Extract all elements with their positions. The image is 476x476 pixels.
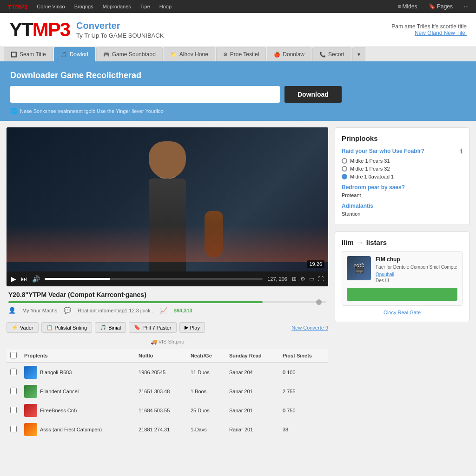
download-title: Downloader Game Recolictherad [10,71,466,80]
video-thumbnail: 19.26 [7,127,328,271]
more-icon[interactable]: ··· [460,1,472,12]
row-col2-3: 21881 274.31 [135,420,187,439]
tab-seam-title[interactable]: 🔲 Seam Title [4,47,53,61]
download-button[interactable]: Download [284,86,342,103]
row-thumb-2 [24,404,37,417]
tab-icon-2: 🎮 [103,52,110,58]
row-label-1: Eilandent Cancel [40,389,79,394]
binial-button[interactable]: 🎵 Binial [95,322,126,333]
modes-icon[interactable]: ≡ Mides [394,1,421,12]
row-checkbox-3[interactable] [10,426,17,432]
row-name-1: Eilandent Cancel [24,385,131,398]
table-row: Asss (and Fiest Catumpen) 21881 274.31 1… [7,420,328,439]
row-thumb-0 [24,366,37,379]
promo-title: FiM chup [376,256,457,263]
row-col4-2: Sanar 201 [225,401,279,420]
header: YTMP3 Converter Ty Tr Up To GAME SOUNIBA… [0,13,476,47]
poll-option-0[interactable]: Midke 1 Pears 31 [342,158,463,164]
fullscreen-icon[interactable]: ⛶ [318,276,324,282]
tab-more[interactable]: ▾ [352,47,365,61]
poll-option-2[interactable]: Midre 1 0avatoad 1 [342,174,463,179]
video-meta-row: 👤 My Your Machs 💬 Roal ant infomentiag1 … [8,307,326,314]
trend-icon: 📈 [160,307,167,314]
row-checkbox-1[interactable] [10,388,17,394]
nav-item-3[interactable]: Moprodaries [99,2,135,11]
download-section: Downloader Game Recolictherad Download 🌐… [0,62,476,121]
tab-secort[interactable]: 📞 Secort [312,47,351,61]
play-button[interactable]: ▶ [11,275,16,283]
tab-alhov[interactable]: 📁 Alhov Hone [164,47,215,61]
play-action-button[interactable]: ▶ Play [179,322,205,333]
right-col: Prinplooks Raid your Sar who Use Foablr?… [335,127,469,439]
tab-icon-5: 🍎 [274,52,280,58]
nav-item-5[interactable]: Hoop [156,2,175,11]
logo-nav: YTMP3 [4,1,31,12]
sriting-icon: 📋 [46,324,53,331]
logo-mp3: MP3 [33,19,70,40]
nav-item-2[interactable]: Brogngs [71,2,97,11]
row-col5-2: 0.750 [279,401,328,420]
poll-option-1[interactable]: Midke 1 Pears 32 [342,166,463,172]
sriting-button[interactable]: 📋 Pulistal Sriting [41,322,93,333]
tab-icon-0: 🔲 [11,52,17,58]
promo-box: Ilim → listars 🎬 FiM chup Faer for Dento… [335,231,469,322]
row-label-2: FireeBness Cnt) [40,408,77,413]
pages-icon[interactable]: 🔖 Pages [425,1,456,12]
radio-1[interactable] [342,166,347,172]
paster-button[interactable]: 🔖 Phil 7 Paster [129,322,176,333]
row-col4-3: Ranar 201 [225,420,279,439]
tab-proe[interactable]: ⚙ Proe Testiel [216,47,266,61]
poll-question: Raid your Sar who Use Foablr? ℹ [342,148,463,154]
pip-icon[interactable]: ⊞ [292,276,297,282]
row-col2-0: 1986 20545 [135,363,187,382]
volume-track[interactable] [8,301,326,303]
row-col5-3: 38 [279,420,328,439]
promo-footer[interactable]: Clocy Real Gate [342,310,463,315]
download-input[interactable] [10,86,280,103]
nav-item-4[interactable]: Tipe [137,2,154,11]
green-bar[interactable] [347,288,457,301]
radio-0[interactable] [342,158,347,164]
promo-arrow: → [357,238,364,246]
volume-thumb[interactable] [316,299,322,305]
header-new-link[interactable]: New Gland New Tile: [391,30,467,36]
tab-dowlod[interactable]: 🎵 Dowlod [54,47,95,61]
row-col2-1: 21651 303.48 [135,382,187,401]
col-noltlo: Noltlo [135,349,187,363]
row-checkbox-2[interactable] [10,407,17,413]
meta-info: Roal ant infomentiag1 12.3 jpick . [78,308,153,313]
promo-card: 🎬 FiM chup Faer for Dentole Compon Sniol… [342,251,463,306]
logo-subtitle: Converter Ty Tr Up To GAME SOUNIBACK [76,20,164,39]
header-search-label: Pam ame Triles it's scortle title [391,23,467,30]
settings-icon[interactable]: ⚙ [300,276,305,282]
select-all-checkbox[interactable] [10,352,17,358]
volume-button[interactable]: 🔊 [32,275,40,283]
promo-link[interactable]: Opuuball [376,272,457,277]
logo-tagline: Ty Tr Up To GAME SOUNIBACK [76,32,164,39]
shipping-row: 🚚 VIS Shtpno [7,337,328,347]
promo-box-title: Ilim → listars [342,238,463,246]
row-checkbox-0[interactable] [10,369,17,375]
row-thumb-3 [24,423,37,436]
tab-donolaw[interactable]: 🍎 Donolaw [267,47,311,61]
nav-item-1[interactable]: Corne Vinco [33,2,68,11]
skip-button[interactable]: ⏭ [21,275,27,283]
tab-game[interactable]: 🎮 Game Sounbtaod [96,47,163,61]
progress-bar[interactable] [45,278,263,280]
theater-icon[interactable]: ▭ [309,276,314,282]
poll-info-icon[interactable]: ℹ [460,148,463,155]
convert-link[interactable]: New Converte 9 [291,325,328,331]
view-count: $94,313 [174,308,192,313]
col-proplents: Proplents [20,349,135,363]
row-col2-2: 11684 503.55 [135,401,187,420]
radio-2[interactable] [342,174,347,179]
vader-button[interactable]: ⚡ Vader [7,322,39,333]
video-title: Y20.8"YTPM Vedar (Compot Karrcont·ganes) [8,291,326,298]
tab-icon-3: 📁 [171,52,177,58]
col-piost: Piost Sinets [279,349,328,363]
poll-section1-answer: Proteant [342,192,463,198]
logo-converter: Converter [76,20,164,31]
table-row: FireeBness Cnt) 11684 503.55 25 Duos San… [7,401,328,420]
table-row: Eilandent Cancel 21651 303.48 1.Boos San… [7,382,328,401]
col-neatr: Neatr/Ge [187,349,225,363]
